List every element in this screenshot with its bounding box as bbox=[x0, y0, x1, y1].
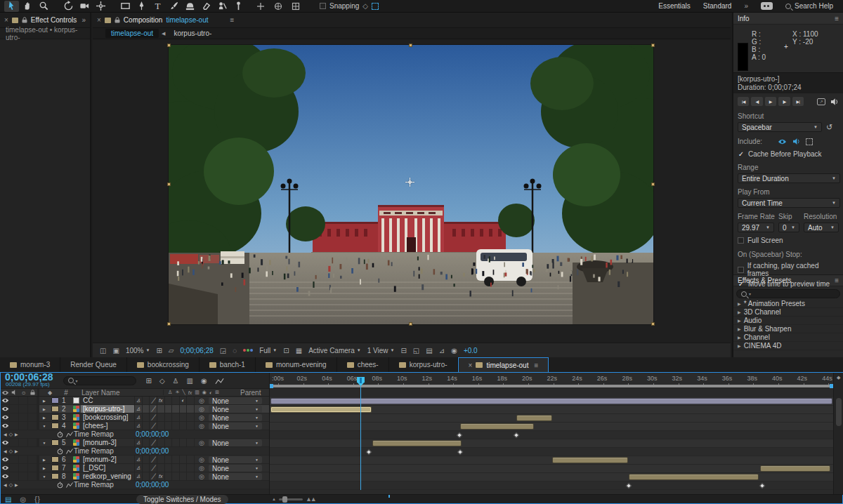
close-panel-icon[interactable]: × bbox=[4, 16, 8, 24]
grid-guides-icon[interactable]: ⊞ bbox=[156, 347, 162, 354]
motion-blur-icon[interactable]: ◉ bbox=[201, 377, 207, 385]
timeline-tab-monum-3[interactable]: monum-3 bbox=[0, 357, 60, 372]
label-color-swatch[interactable] bbox=[51, 465, 59, 471]
frame-blend-column-icon[interactable]: ▥ bbox=[195, 390, 200, 395]
keyframe-icon[interactable] bbox=[366, 449, 372, 454]
disclosure-triangle-icon[interactable]: ▶ bbox=[738, 335, 741, 340]
timeline-tab-render-queue[interactable]: Render Queue bbox=[60, 357, 127, 372]
solo-cell[interactable] bbox=[19, 405, 28, 413]
view-layout-menu[interactable]: 1 View ▼ bbox=[367, 347, 395, 354]
layer-duration-row[interactable] bbox=[270, 397, 833, 406]
cache-checkbox[interactable]: ✓ bbox=[738, 151, 745, 158]
shy-switch[interactable]: ♙ bbox=[135, 464, 143, 472]
layer-name[interactable]: [monum-2] bbox=[81, 456, 134, 463]
rotation-tool-icon[interactable] bbox=[61, 1, 76, 12]
frame-blend-switch[interactable] bbox=[165, 456, 173, 463]
frame-rate-menu[interactable]: 29.97▼ bbox=[738, 223, 774, 232]
adjustment-column-icon[interactable]: ◐ bbox=[209, 390, 212, 395]
quality-switch[interactable]: ╱ bbox=[150, 397, 157, 404]
layer-duration-row[interactable] bbox=[270, 423, 833, 431]
motion-blur-column-icon[interactable]: ◉ bbox=[202, 390, 207, 395]
eye-icon[interactable] bbox=[1, 456, 10, 463]
layer-duration-row[interactable] bbox=[270, 439, 833, 448]
pick-whip-icon[interactable]: ◎ bbox=[195, 422, 209, 430]
workspace-overflow-chevron[interactable]: » bbox=[744, 2, 748, 10]
composition-viewer[interactable] bbox=[93, 39, 731, 343]
property-value[interactable]: 0;00;00;00 bbox=[136, 430, 169, 438]
add-keyframe-icon[interactable]: ◇ bbox=[9, 432, 13, 437]
layer-bar[interactable] bbox=[760, 465, 830, 472]
current-time-display[interactable]: 0;00;06;28 bbox=[181, 347, 214, 354]
time-remap-row[interactable]: ◀◇▶Time Remap0;00;00;00 bbox=[1, 430, 269, 439]
collapse-switch[interactable] bbox=[143, 413, 150, 421]
play-from-menu[interactable]: Current Time▼ bbox=[738, 198, 840, 208]
layer-row-3[interactable]: ▶3[bookcrossing]♙╱◎None▼ bbox=[1, 413, 269, 422]
quality-switch[interactable]: ╱ bbox=[150, 405, 157, 413]
view-axis-mode-icon[interactable] bbox=[288, 1, 303, 12]
effects-category--animation-presets[interactable]: ▶* Animation Presets bbox=[733, 300, 843, 308]
property-value[interactable]: 0;00;00;00 bbox=[136, 481, 169, 489]
frame-blending-icon[interactable]: ▥ bbox=[187, 377, 193, 385]
solo-cell[interactable] bbox=[19, 439, 28, 446]
timeline-tab-chees-[interactable]: chees- bbox=[337, 357, 389, 372]
layer-row-1[interactable]: ▶1CC♙╱fx◐◎None▼ bbox=[1, 397, 269, 405]
exposure-value[interactable]: +0.0 bbox=[464, 347, 478, 354]
work-area-end-handle[interactable] bbox=[830, 384, 833, 388]
fx-switch[interactable] bbox=[157, 439, 165, 446]
fx-switch[interactable] bbox=[157, 413, 165, 421]
next-keyframe-icon[interactable]: ▶ bbox=[15, 482, 18, 487]
layer-duration-row[interactable] bbox=[270, 406, 833, 414]
layer-name[interactable]: CC bbox=[81, 397, 134, 404]
adjustment-switch[interactable] bbox=[180, 413, 188, 421]
frame-blend-switch[interactable] bbox=[165, 422, 173, 430]
keyframe-icon[interactable] bbox=[514, 432, 519, 437]
quality-switch[interactable]: ╱ bbox=[150, 456, 157, 463]
layer-name-column-header[interactable]: Layer Name bbox=[72, 389, 163, 397]
layer-switches-pane-icon[interactable]: ▤ bbox=[5, 496, 11, 503]
adjustment-switch[interactable] bbox=[180, 472, 188, 480]
selection-handle[interactable] bbox=[409, 322, 412, 326]
adjustment-switch[interactable]: ◐ bbox=[180, 397, 188, 404]
collapse-switch[interactable] bbox=[143, 422, 150, 430]
audio-cell[interactable] bbox=[10, 405, 19, 413]
viewer-nav-back-icon[interactable]: ◀ bbox=[162, 31, 165, 37]
label-color-swatch[interactable] bbox=[51, 439, 59, 446]
fx-switch[interactable] bbox=[157, 422, 165, 430]
selection-handle[interactable] bbox=[167, 183, 171, 186]
pan-behind-tool-icon[interactable] bbox=[93, 1, 108, 12]
property-name[interactable]: Time Remap bbox=[74, 481, 136, 489]
layer-name[interactable]: [bookcrossing] bbox=[81, 413, 134, 421]
threed-switch[interactable] bbox=[187, 464, 195, 472]
brush-tool-icon[interactable] bbox=[166, 1, 181, 12]
motion-blur-switch[interactable] bbox=[172, 439, 180, 446]
add-keyframe-icon[interactable]: ◇ bbox=[9, 482, 13, 488]
shortcut-menu[interactable]: Spacebar▼ bbox=[738, 122, 822, 132]
keyframe-navigator[interactable]: ◀◇▶ bbox=[1, 482, 55, 488]
resolution-menu[interactable]: Auto▼ bbox=[804, 223, 839, 232]
expander-icon[interactable]: ▶ bbox=[39, 464, 49, 472]
first-frame-button[interactable]: |◀ bbox=[738, 97, 749, 106]
effects-category-cinema-4d[interactable]: ▶CINEMA 4D bbox=[733, 342, 843, 350]
adjustment-switch[interactable] bbox=[180, 439, 188, 446]
panel-overflow-chevron[interactable]: » bbox=[81, 16, 86, 24]
reset-exposure-icon[interactable]: ◉ bbox=[451, 347, 457, 354]
keyframe-icon[interactable] bbox=[457, 449, 463, 454]
snap-option-icon[interactable]: ◇ bbox=[362, 2, 368, 10]
solo-cell[interactable] bbox=[19, 397, 28, 404]
label-color-swatch[interactable] bbox=[51, 423, 59, 429]
eraser-tool-icon[interactable] bbox=[199, 1, 214, 12]
play-button[interactable]: ▶ bbox=[765, 97, 776, 106]
layer-name[interactable]: redkorp_vening bbox=[81, 472, 134, 480]
collapse-switch[interactable] bbox=[143, 405, 150, 413]
hand-tool-icon[interactable] bbox=[20, 1, 35, 12]
label-column-icon[interactable]: ◆ bbox=[39, 390, 60, 396]
layer-row-2[interactable]: ▶2[korpus-utro-]♙╱◎None▼ bbox=[1, 405, 269, 413]
pixel-aspect-icon[interactable]: ⊟ bbox=[400, 347, 406, 354]
disclosure-triangle-icon[interactable]: ▶ bbox=[738, 318, 741, 323]
shy-switch[interactable]: ♙ bbox=[135, 439, 143, 446]
audio-cell[interactable] bbox=[10, 397, 19, 404]
pick-whip-icon[interactable]: ◎ bbox=[195, 439, 209, 446]
pick-whip-icon[interactable]: ◎ bbox=[195, 464, 209, 472]
prev-keyframe-icon[interactable]: ◀ bbox=[4, 449, 7, 453]
effect-controls-tab[interactable]: Effect Controls bbox=[31, 16, 77, 24]
